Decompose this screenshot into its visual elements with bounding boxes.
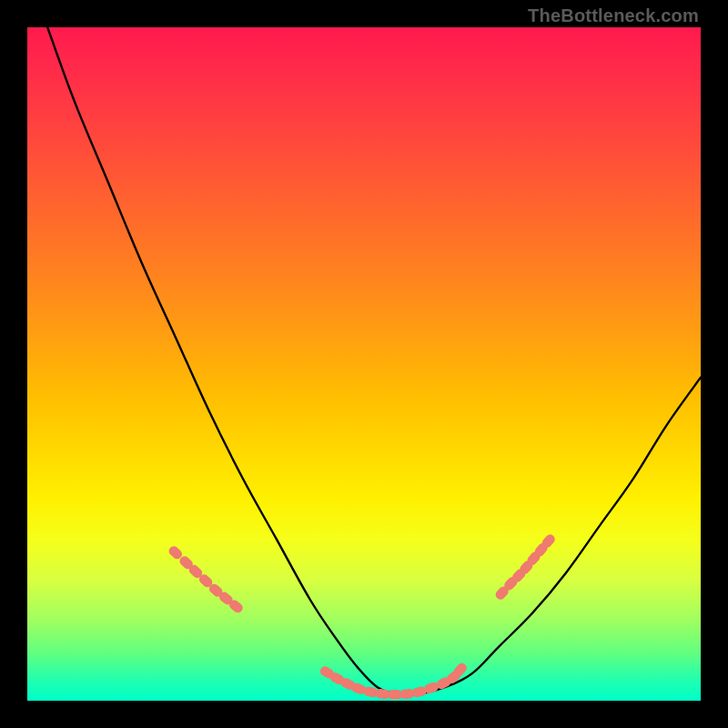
watermark: TheBottleneck.com (528, 5, 699, 26)
right-cluster-marker (533, 541, 550, 559)
chart-plot-area (27, 27, 701, 701)
left-cluster-marker (197, 572, 214, 589)
bottom-cluster-marker (339, 676, 356, 691)
bottom-cluster-marker (318, 664, 336, 680)
bottom-cluster-marker (388, 690, 402, 700)
right-cluster-marker (525, 551, 541, 568)
right-cluster-marker (518, 559, 534, 576)
bottom-cluster-marker (435, 676, 452, 691)
left-cluster-marker (167, 544, 184, 561)
right-cluster-marker (511, 567, 527, 583)
bottom-cluster-marker (363, 686, 379, 699)
right-cluster-marker (502, 575, 519, 592)
right-cluster-marker (541, 532, 557, 550)
chart-frame: TheBottleneck.com (0, 0, 728, 728)
bottom-cluster-marker (423, 681, 440, 694)
bottom-cluster-marker (452, 662, 469, 679)
bottom-cluster-marker (350, 682, 367, 695)
left-cluster-marker (207, 582, 225, 599)
marker-group (167, 532, 557, 699)
bottom-cluster-marker (445, 669, 462, 685)
left-cluster-marker (177, 554, 194, 571)
bottleneck-curve (47, 27, 701, 695)
bottom-cluster-marker (329, 671, 346, 686)
right-cluster-marker (494, 584, 511, 602)
bottom-cluster-marker (411, 685, 428, 698)
left-cluster-marker (187, 563, 204, 580)
left-cluster-marker (217, 591, 235, 607)
bottom-cluster-marker (399, 689, 415, 700)
chart-svg (27, 27, 701, 701)
bottom-cluster-marker (375, 689, 390, 700)
left-cluster-marker (228, 598, 245, 614)
